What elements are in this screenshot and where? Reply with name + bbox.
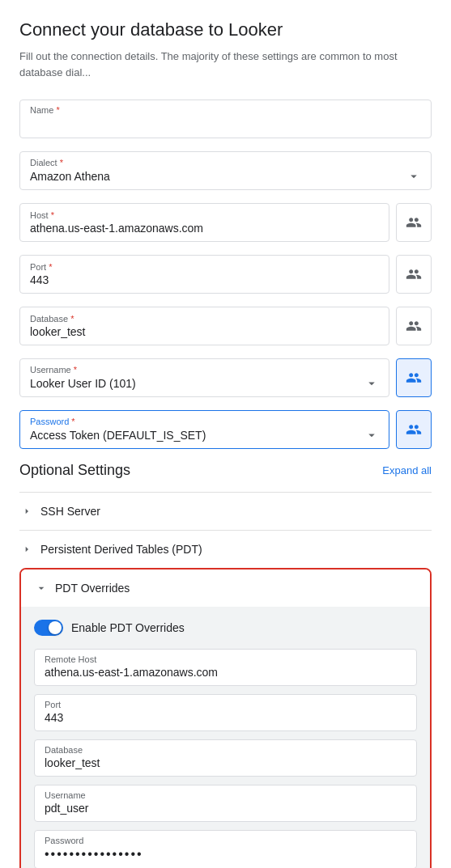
page-subtitle: Fill out the connection details. The maj… bbox=[19, 49, 432, 80]
port-user-icon-button[interactable] bbox=[396, 255, 432, 294]
pdt-overrides-content: Enable PDT Overrides Remote Host athena.… bbox=[21, 607, 430, 868]
pdt-password-field[interactable]: Password •••••••••••••••• bbox=[34, 830, 417, 868]
pdt-password-value: •••••••••••••••• bbox=[45, 847, 143, 861]
pdt-port-label: Port bbox=[45, 700, 406, 709]
pdt-overrides-arrow-icon bbox=[34, 581, 49, 595]
name-field-group: Name * bbox=[19, 100, 432, 138]
ssh-server-arrow-icon bbox=[19, 504, 34, 519]
pdt-password-label: Password bbox=[45, 836, 406, 845]
pdt-section: Persistent Derived Tables (PDT) bbox=[19, 530, 432, 568]
pdt-port-field[interactable]: Port 443 bbox=[34, 694, 417, 731]
password-label: Password * bbox=[30, 417, 379, 426]
pdt-database-value: looker_test bbox=[45, 756, 100, 769]
pdt-overrides-section: PDT Overrides Enable PDT Overrides Remot… bbox=[19, 568, 432, 868]
optional-settings-title: Optional Settings bbox=[19, 462, 130, 479]
ssh-server-title: SSH Server bbox=[40, 505, 100, 518]
page-title: Connect your database to Looker bbox=[19, 19, 432, 40]
password-value: Access Token (DEFAULT_IS_SET) bbox=[30, 429, 206, 442]
host-user-icon-button[interactable] bbox=[396, 203, 432, 242]
name-label: Name * bbox=[30, 105, 60, 115]
port-value: 443 bbox=[30, 273, 49, 286]
pdt-remote-host-field[interactable]: Remote Host athena.us-east-1.amazonaws.c… bbox=[34, 649, 417, 686]
username-chevron-icon bbox=[364, 376, 379, 391]
enable-pdt-toggle-row: Enable PDT Overrides bbox=[34, 620, 417, 636]
ssh-server-accordion-header[interactable]: SSH Server bbox=[19, 493, 432, 530]
pdt-overrides-accordion: PDT Overrides bbox=[21, 569, 430, 607]
ssh-server-section: SSH Server bbox=[19, 492, 432, 530]
username-label: Username * bbox=[30, 365, 379, 375]
pdt-database-field[interactable]: Database looker_test bbox=[34, 739, 417, 777]
pdt-database-label: Database bbox=[45, 745, 406, 755]
dialect-label: Dialect * bbox=[30, 158, 421, 167]
host-value: athena.us-east-1.amazonaws.com bbox=[30, 222, 203, 235]
expand-all-link[interactable]: Expand all bbox=[382, 464, 432, 476]
enable-pdt-toggle[interactable] bbox=[34, 620, 63, 636]
port-label: Port * bbox=[30, 262, 379, 272]
dialect-select[interactable]: Dialect * Amazon Athena bbox=[19, 151, 432, 190]
pdt-remote-host-value: athena.us-east-1.amazonaws.com bbox=[45, 666, 218, 679]
pdt-overrides-accordion-header[interactable]: PDT Overrides bbox=[21, 569, 430, 607]
pdt-overrides-title: PDT Overrides bbox=[55, 582, 130, 595]
pdt-remote-host-label: Remote Host bbox=[45, 654, 406, 664]
dialect-chevron-icon bbox=[406, 169, 421, 184]
pdt-arrow-icon bbox=[19, 542, 34, 557]
toggle-thumb bbox=[49, 621, 62, 634]
port-field-group: Port * 443 bbox=[19, 255, 432, 294]
database-user-icon-button[interactable] bbox=[396, 307, 432, 345]
dialect-field-group: Dialect * Amazon Athena bbox=[19, 151, 432, 190]
optional-settings-header: Optional Settings Expand all bbox=[19, 462, 432, 479]
username-value: Looker User ID (101) bbox=[30, 377, 136, 390]
host-label: Host * bbox=[30, 210, 379, 220]
username-user-icon-button[interactable] bbox=[396, 358, 432, 397]
pdt-username-label: Username bbox=[45, 790, 406, 800]
username-field-group: Username * Looker User ID (101) bbox=[19, 358, 432, 397]
database-field[interactable]: Database * looker_test bbox=[19, 307, 389, 345]
pdt-title: Persistent Derived Tables (PDT) bbox=[40, 543, 202, 556]
username-field[interactable]: Username * Looker User ID (101) bbox=[19, 358, 389, 397]
name-field[interactable]: Name * bbox=[19, 100, 432, 138]
pdt-accordion-header[interactable]: Persistent Derived Tables (PDT) bbox=[19, 531, 432, 568]
database-label: Database * bbox=[30, 314, 379, 324]
port-field[interactable]: Port * 443 bbox=[19, 255, 389, 294]
name-required-star: * bbox=[56, 105, 59, 115]
password-field-group: Password * Access Token (DEFAULT_IS_SET) bbox=[19, 410, 432, 449]
database-value: looker_test bbox=[30, 325, 85, 338]
host-field[interactable]: Host * athena.us-east-1.amazonaws.com bbox=[19, 203, 389, 242]
enable-pdt-label: Enable PDT Overrides bbox=[71, 621, 185, 634]
password-chevron-icon bbox=[364, 428, 379, 442]
pdt-username-value: pdt_user bbox=[45, 802, 88, 815]
pdt-username-field[interactable]: Username pdt_user bbox=[34, 785, 417, 822]
database-field-group: Database * looker_test bbox=[19, 307, 432, 345]
pdt-port-value: 443 bbox=[45, 711, 63, 724]
host-field-group: Host * athena.us-east-1.amazonaws.com bbox=[19, 203, 432, 242]
password-field[interactable]: Password * Access Token (DEFAULT_IS_SET) bbox=[19, 410, 389, 449]
password-user-icon-button[interactable] bbox=[396, 410, 432, 449]
dialect-value: Amazon Athena bbox=[30, 170, 110, 183]
